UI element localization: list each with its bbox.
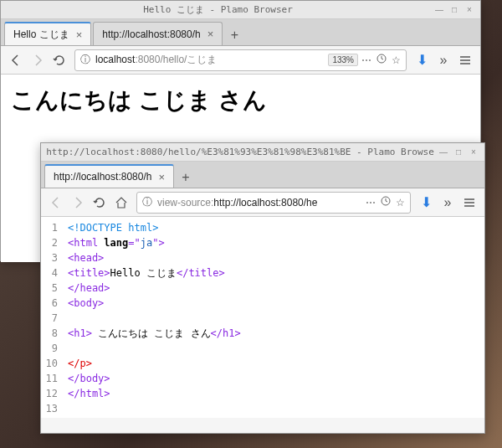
- bookmark-icon[interactable]: ☆: [396, 197, 405, 209]
- tab-label: http://localhost:8080/h: [54, 171, 151, 183]
- line-number: 6: [41, 296, 58, 311]
- source-line: [68, 341, 241, 356]
- menu-button[interactable]: [455, 50, 475, 70]
- line-number: 8: [41, 326, 58, 341]
- url-text: view-source:http://localhost:8080/he: [157, 197, 362, 209]
- line-number: 7: [41, 311, 58, 326]
- forward-button[interactable]: [68, 193, 88, 213]
- arrow-left-icon: [49, 196, 63, 209]
- line-number: 10: [41, 356, 58, 371]
- line-number: 11: [41, 371, 58, 386]
- back-button[interactable]: [6, 50, 26, 70]
- reload-button[interactable]: [90, 193, 110, 213]
- arrow-right-icon: [31, 54, 44, 67]
- titlebar[interactable]: http://localhost:8080/hello/%E3%81%93%E3…: [41, 143, 484, 162]
- arrow-right-icon: [71, 196, 85, 209]
- tab-close-icon[interactable]: ×: [76, 28, 83, 41]
- url-bar[interactable]: ⓘ view-source:http://localhost:8080/he ⋯…: [136, 192, 411, 214]
- forward-button[interactable]: [28, 50, 48, 70]
- line-number: 4: [41, 265, 58, 281]
- tab-label: http://localhost:8080/h: [102, 28, 200, 40]
- page-actions-icon[interactable]: ⋯: [361, 54, 371, 66]
- tab-active[interactable]: http://localhost:8080/h ×: [44, 164, 174, 188]
- line-number: 12: [41, 386, 58, 401]
- nav-toolbar: ⓘ localhost:8080/hello/こじま 133% ⋯ ☆ ⬇ »: [1, 46, 480, 75]
- hamburger-icon: [458, 54, 472, 67]
- line-number: 13: [41, 401, 58, 416]
- source-line: </html>: [68, 386, 241, 401]
- tab-inactive[interactable]: http://localhost:8080/h ×: [93, 22, 223, 45]
- menu-button[interactable]: [459, 193, 479, 213]
- source-line: <html lang="ja">: [68, 235, 241, 250]
- close-button[interactable]: ×: [468, 147, 479, 158]
- source-line: </head>: [68, 281, 241, 296]
- source-code: <!DOCTYPE html><html lang="ja"><head><ti…: [63, 217, 246, 418]
- line-gutter: 12345678910111213: [41, 217, 63, 418]
- source-line: <!DOCTYPE html>: [68, 220, 241, 235]
- line-number: 2: [41, 235, 58, 250]
- tab-bar: http://localhost:8080/h × +: [41, 162, 484, 188]
- tab-close-icon[interactable]: ×: [158, 171, 165, 183]
- source-line: <title>Hello こじま</title>: [68, 265, 241, 281]
- source-line: </p>: [68, 356, 241, 371]
- source-line: [68, 401, 241, 416]
- info-icon[interactable]: ⓘ: [80, 53, 90, 67]
- view-source-content: 12345678910111213 <!DOCTYPE html><html l…: [41, 217, 484, 418]
- tab-bar: Hello こじま × http://localhost:8080/h × +: [1, 19, 480, 46]
- reload-button[interactable]: [49, 50, 69, 70]
- minimize-button[interactable]: —: [438, 147, 449, 158]
- new-tab-button[interactable]: +: [176, 167, 196, 188]
- source-line: <body>: [68, 296, 241, 311]
- url-bar[interactable]: ⓘ localhost:8080/hello/こじま 133% ⋯ ☆: [74, 49, 407, 71]
- tab-close-icon[interactable]: ×: [207, 28, 214, 40]
- titlebar[interactable]: Hello こじま - Plamo Browser — □ ×: [1, 1, 480, 19]
- close-button[interactable]: ×: [464, 4, 475, 16]
- reader-icon[interactable]: [379, 194, 392, 210]
- source-line: [68, 311, 241, 326]
- window-title: Hello こじま - Plamo Browser: [6, 3, 430, 16]
- bookmark-icon[interactable]: ☆: [392, 54, 401, 66]
- line-number: 9: [41, 341, 58, 356]
- overflow-button[interactable]: »: [433, 50, 453, 70]
- reload-icon: [93, 196, 106, 209]
- minimize-button[interactable]: —: [433, 4, 445, 16]
- arrow-left-icon: [9, 54, 23, 67]
- info-icon[interactable]: ⓘ: [142, 195, 152, 209]
- download-button[interactable]: ⬇: [416, 193, 436, 213]
- browser-window-2: http://localhost:8080/hello/%E3%81%93%E3…: [40, 142, 485, 434]
- hamburger-icon: [463, 196, 476, 209]
- line-number: 1: [41, 220, 58, 235]
- url-text: localhost:8080/hello/こじま: [95, 53, 325, 67]
- overflow-button[interactable]: »: [438, 193, 458, 213]
- nav-toolbar: ⓘ view-source:http://localhost:8080/he ⋯…: [41, 188, 484, 217]
- reader-icon[interactable]: [375, 52, 388, 68]
- home-button[interactable]: [111, 193, 131, 213]
- reload-icon: [53, 54, 66, 67]
- line-number: 5: [41, 281, 58, 296]
- download-button[interactable]: ⬇: [412, 50, 432, 70]
- source-line: </body>: [68, 371, 241, 386]
- maximize-button[interactable]: □: [453, 147, 464, 158]
- back-button[interactable]: [46, 193, 66, 213]
- window-title: http://localhost:8080/hello/%E3%81%93%E3…: [46, 147, 434, 157]
- tab-active[interactable]: Hello こじま ×: [4, 22, 91, 45]
- page-actions-icon[interactable]: ⋯: [366, 197, 376, 209]
- line-number: 3: [41, 250, 58, 265]
- zoom-badge[interactable]: 133%: [328, 54, 358, 66]
- tab-label: Hello こじま: [13, 28, 69, 42]
- maximize-button[interactable]: □: [448, 4, 460, 16]
- home-icon: [115, 196, 128, 209]
- source-line: <head>: [68, 250, 241, 265]
- page-heading: こんにちは こじま さん: [11, 85, 470, 116]
- source-line: <h1> こんにちは こじま さん</h1>: [68, 326, 241, 341]
- new-tab-button[interactable]: +: [224, 25, 244, 45]
